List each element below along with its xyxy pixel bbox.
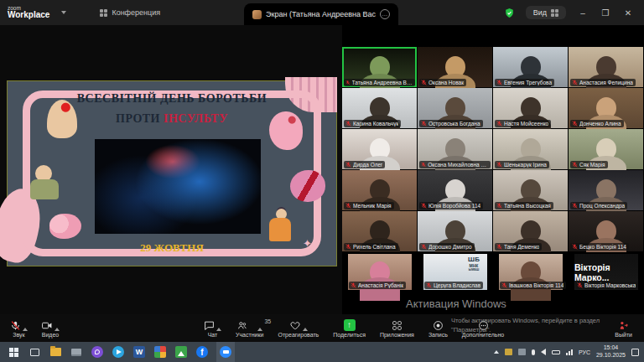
participant-tile[interactable]: ШБМНКЫМБШЦеруга Владислав (418, 252, 493, 293)
tray-expand-icon[interactable] (494, 350, 499, 354)
language-indicator[interactable]: РУС (579, 349, 590, 355)
meeting-toolbar: Звук Видео (0, 314, 644, 342)
record-button[interactable]: Запись (428, 318, 448, 338)
participant-tile[interactable]: Таня Деменко (493, 211, 569, 252)
chat-button[interactable]: Чат (204, 318, 221, 338)
meeting-icon (100, 9, 107, 17)
participant-tile[interactable]: Анастасія Рубанік (342, 252, 418, 293)
tray-speaker-icon[interactable] (541, 349, 546, 355)
participant-name-label: Церуга Владислав (424, 282, 483, 289)
system-app-icon[interactable] (70, 345, 83, 359)
chevron-down-icon[interactable] (61, 11, 66, 14)
audio-button[interactable]: Звук (10, 318, 28, 338)
leave-button[interactable]: Выйти (615, 318, 632, 338)
clock[interactable]: 15:04 29.10.2025 (596, 344, 626, 359)
muted-mic-icon (421, 121, 427, 127)
chevron-up-icon[interactable] (216, 328, 221, 331)
participant-tile[interactable]: Евгения Трегубова (493, 47, 569, 88)
participant-tile[interactable]: Анастасия Фелицина (569, 47, 644, 88)
participant-tile[interactable]: Татьяна Андреевна Василье... (342, 47, 418, 88)
participant-name-label: Рихель Світлана (344, 243, 398, 251)
participant-tile[interactable]: Вікторія Марко...Вікторія Марковська (569, 252, 644, 293)
share-screen-button[interactable]: ↑ Поделиться (333, 318, 366, 338)
participant-tile[interactable]: Івашкова Вікторія 114 (493, 252, 569, 293)
participant-tile[interactable]: Шенькарук Ірина (493, 129, 569, 170)
chevron-up-icon[interactable] (257, 328, 262, 331)
viber-icon[interactable] (91, 345, 104, 359)
muted-mic-icon (345, 121, 351, 127)
participant-tile[interactable]: Татьяна Высоцкая (493, 170, 569, 211)
participant-tile[interactable]: Донченко Алина (569, 88, 644, 129)
participant-tile[interactable]: Рихель Світлана (342, 211, 418, 252)
participant-tile[interactable]: Островська Богдана (418, 88, 493, 129)
participant-tile[interactable]: Дорошко Дмитро (418, 211, 493, 252)
maximize-button[interactable]: ❐ (600, 8, 611, 18)
muted-mic-icon (10, 320, 21, 331)
participant-name-label: Юлія Воробйова 114 (419, 202, 483, 209)
participant-tile[interactable]: Дирда Олег (342, 129, 418, 170)
muted-mic-icon (345, 244, 351, 250)
participant-tile[interactable]: Оксана Михайловна Пад... (418, 129, 493, 170)
tab-meeting[interactable]: Конференция (91, 0, 169, 25)
participant-tile[interactable]: Бецко Вікторія 114 (569, 211, 644, 252)
tray-network-icon[interactable] (566, 349, 573, 355)
tray-battery-icon[interactable] (552, 350, 560, 354)
participant-name-label: Татьяна Андреевна Василье... (344, 79, 415, 86)
participant-name-label: Вікторія Марковська (575, 282, 638, 289)
facebook-icon[interactable]: f (195, 345, 209, 359)
muted-mic-icon (572, 121, 578, 127)
participant-name-label: Таня Деменко (495, 243, 542, 251)
muted-mic-icon (345, 162, 351, 168)
muted-mic-icon (421, 244, 427, 250)
tray-app-icon[interactable] (518, 349, 526, 355)
telegram-icon[interactable] (112, 345, 125, 359)
notification-center-icon[interactable] (631, 349, 639, 356)
participant-tile[interactable]: Юлія Воробйова 114 (418, 170, 493, 211)
dizzy-person-illustration (269, 218, 291, 241)
apps-button[interactable]: Приложения (380, 318, 414, 338)
chat-icon (204, 320, 215, 331)
view-button[interactable]: Вид (526, 6, 566, 19)
eye-chart: ШБМНКЫМБШ (468, 256, 480, 272)
chevron-up-icon[interactable] (55, 328, 60, 331)
view-layout-icon (551, 9, 558, 17)
participant-name-label: Дирда Олег (344, 161, 385, 168)
slide-date: 29 ЖОВТНЯ (8, 241, 336, 255)
participant-tile[interactable]: Оксана Новак (418, 47, 493, 88)
tab-options-icon[interactable]: … (380, 9, 390, 19)
windows-activation-subtext: Чтобы активировать Windows, перейдите в … (451, 316, 600, 335)
tray-mic-icon[interactable] (532, 349, 535, 355)
participant-tile[interactable]: Мельник Марія (342, 170, 418, 211)
file-explorer-icon[interactable] (49, 345, 62, 359)
participant-name-label: Мельник Марія (344, 202, 394, 209)
video-button[interactable]: Видео (41, 318, 60, 338)
participants-button[interactable]: 35 Участники (236, 318, 263, 338)
chevron-up-icon[interactable] (23, 328, 28, 331)
leave-icon (618, 320, 629, 331)
share-screen-icon: ↑ (344, 319, 356, 331)
participant-tile[interactable]: Карина Ковальчук (342, 88, 418, 129)
task-view-icon[interactable] (28, 345, 41, 359)
participant-tile[interactable]: Настя Мойсеенко (493, 88, 569, 129)
gallery-app-icon[interactable] (174, 345, 188, 359)
photos-icon[interactable] (153, 345, 167, 359)
muted-mic-icon (496, 203, 502, 209)
muted-mic-icon (572, 80, 578, 85)
zoom-app-icon[interactable] (216, 342, 235, 362)
security-shield-icon[interactable] (504, 8, 515, 18)
react-button[interactable]: Отреагировать (278, 318, 319, 338)
tray-app-icon[interactable] (505, 349, 512, 355)
zoom-workplace-logo: zoom Workplace (8, 6, 49, 20)
participant-name-label: Анастасия Фелицина (570, 79, 636, 86)
word-icon[interactable]: W (132, 345, 146, 359)
minimize-button[interactable]: – (577, 8, 589, 18)
apps-icon (392, 320, 402, 331)
participant-tile[interactable]: Проц Олександра (569, 170, 644, 211)
tab-screen-share[interactable]: Экран (Татьяна Андреевна Вас … (244, 3, 398, 25)
muted-mic-icon (345, 203, 351, 209)
start-button[interactable] (7, 345, 20, 359)
muted-mic-icon (572, 203, 578, 209)
participant-tile[interactable]: Сяк Марія (569, 129, 644, 170)
chevron-up-icon[interactable] (303, 328, 308, 331)
close-button[interactable]: ✕ (622, 8, 634, 18)
